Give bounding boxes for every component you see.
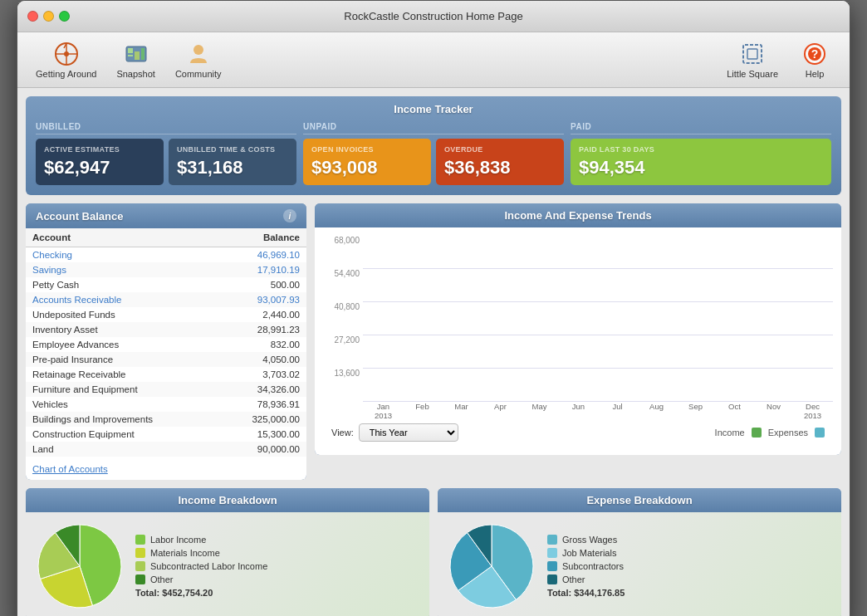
chart-legend: Income Expenses xyxy=(715,428,825,438)
unbilled-cards: ACTIVE ESTIMATES $62,947 UNBILLED TIME &… xyxy=(36,139,296,185)
paid-last-30-label: PAID LAST 30 DAYS xyxy=(579,145,823,154)
x-label: Apr xyxy=(482,402,519,418)
income-breakdown-content: Labor IncomeMaterials IncomeSubcontracte… xyxy=(26,512,429,616)
income-tracker-title: Income Tracker xyxy=(36,103,831,115)
help-button[interactable]: ? Help xyxy=(790,37,840,82)
trends-title: Income And Expense Trends xyxy=(504,209,651,222)
legend-item-label: Gross Wages xyxy=(562,535,617,545)
expense-breakdown-panel: Expense Breakdown Gross WagesJob Materia… xyxy=(438,488,841,616)
x-label: Nov xyxy=(755,402,792,418)
list-item: Subcontractors xyxy=(547,561,625,571)
expense-total: Total: $344,176.85 xyxy=(547,588,625,598)
help-icon: ? xyxy=(801,41,828,67)
x-label: Mar xyxy=(443,402,480,418)
list-item: Materials Income xyxy=(135,548,267,558)
legend-item-label: Other xyxy=(150,574,174,584)
active-estimates-card[interactable]: ACTIVE ESTIMATES $62,947 xyxy=(36,139,164,185)
account-col-header: Account xyxy=(26,228,218,247)
unbilled-time-card[interactable]: UNBILLED TIME & COSTS $31,168 xyxy=(169,139,296,185)
svg-point-10 xyxy=(193,45,203,55)
maximize-button[interactable] xyxy=(59,11,70,22)
account-balance-title: Account Balance xyxy=(36,210,123,222)
account-balance-box: Account Balance i Account Balance xyxy=(26,203,306,480)
table-row: Construction Equipment xyxy=(26,427,218,442)
x-label: Oct xyxy=(716,402,753,418)
legend-color-swatch xyxy=(547,548,557,558)
table-row: Buildings and Improvements xyxy=(26,412,218,427)
legend-item-label: Job Materials xyxy=(562,548,616,558)
view-label: View: xyxy=(331,428,354,438)
svg-rect-7 xyxy=(128,55,133,56)
table-row: Land xyxy=(26,442,218,457)
getting-around-button[interactable]: Getting Around xyxy=(27,37,105,82)
paid-last-30-card[interactable]: PAID LAST 30 DAYS $94,354 xyxy=(571,139,831,185)
overdue-label: OVERDUE xyxy=(444,145,556,154)
little-square-icon xyxy=(739,41,766,67)
income-legend-list: Labor IncomeMaterials IncomeSubcontracte… xyxy=(135,535,267,584)
little-square-label: Little Square xyxy=(727,69,778,79)
income-breakdown-panel: Income Breakdown Labor IncomeMaterials I… xyxy=(26,488,429,616)
window-title: RockCastle Construction Home Page xyxy=(344,10,522,22)
x-label: Jan2013 xyxy=(365,402,402,418)
legend-item-label: Materials Income xyxy=(150,548,220,558)
svg-rect-8 xyxy=(135,51,140,60)
snapshot-icon xyxy=(123,41,149,67)
income-pie-chart xyxy=(34,521,125,612)
minimize-button[interactable] xyxy=(43,11,54,22)
income-total: Total: $452,754.20 xyxy=(135,588,267,598)
main-window: RockCastle Construction Home Page Gettin… xyxy=(17,0,850,616)
bars-area: Jan2013FebMarAprMayJunJulAugSepOctNovDec… xyxy=(363,236,833,418)
svg-point-3 xyxy=(64,51,69,56)
bars-wrapper xyxy=(363,236,833,402)
unbilled-time-value: $31,168 xyxy=(177,157,288,178)
income-tracker: Income Tracker UNBILLED ACTIVE ESTIMATES… xyxy=(26,96,841,195)
legend-color-swatch xyxy=(547,574,557,584)
legend-color-swatch xyxy=(135,535,145,545)
view-controls: View: This Year Last Year This Quarter xyxy=(331,423,458,442)
legend-color-swatch xyxy=(547,561,557,571)
view-select[interactable]: This Year Last Year This Quarter xyxy=(359,423,458,442)
table-row: Savings xyxy=(26,262,218,277)
window-controls xyxy=(27,11,70,22)
community-label: Community xyxy=(175,69,222,79)
table-row: Petty Cash xyxy=(26,277,218,292)
little-square-button[interactable]: Little Square xyxy=(718,37,786,82)
getting-around-label: Getting Around xyxy=(36,69,96,79)
expense-breakdown-header: Expense Breakdown xyxy=(438,488,841,512)
snapshot-label: Snapshot xyxy=(116,69,154,79)
unpaid-section: UNPAID OPEN INVOICES $93,008 OVERDUE $36… xyxy=(303,122,564,185)
info-icon[interactable]: i xyxy=(283,209,296,222)
chart-link-row: Chart of Accounts xyxy=(26,457,306,480)
expense-breakdown-content: Gross WagesJob MaterialsSubcontractorsOt… xyxy=(438,512,841,616)
income-breakdown-title: Income Breakdown xyxy=(178,494,277,506)
close-button[interactable] xyxy=(27,11,38,22)
table-row: Vehicles xyxy=(26,397,218,412)
open-invoices-label: OPEN INVOICES xyxy=(311,145,423,154)
chart-of-accounts-link[interactable]: Chart of Accounts xyxy=(32,464,108,474)
x-label: May xyxy=(521,402,558,418)
account-balance-panel: Account Balance i Account Balance xyxy=(26,203,306,480)
legend-item-label: Subcontractors xyxy=(562,561,624,571)
community-button[interactable]: Community xyxy=(167,37,230,82)
paid-section: PAID PAID LAST 30 DAYS $94,354 xyxy=(571,122,831,185)
overdue-value: $36,838 xyxy=(444,157,556,178)
table-row: Furniture and Equipment xyxy=(26,382,218,397)
expenses-legend-label: Expenses xyxy=(768,428,808,438)
toolbar: Getting Around Snapshot xyxy=(17,32,850,88)
snapshot-button[interactable]: Snapshot xyxy=(108,37,163,82)
svg-rect-12 xyxy=(747,49,757,59)
overdue-card[interactable]: OVERDUE $36,838 xyxy=(436,139,564,185)
list-item: Labor Income xyxy=(135,535,267,545)
x-label: Sep xyxy=(677,402,714,418)
legend-item-label: Subcontracted Labor Income xyxy=(150,561,267,571)
legend-item-label: Other xyxy=(562,574,585,584)
income-legend-label: Income xyxy=(715,428,745,438)
open-invoices-card[interactable]: OPEN INVOICES $93,008 xyxy=(303,139,431,185)
x-labels-row: Jan2013FebMarAprMayJunJulAugSepOctNovDec… xyxy=(363,402,833,418)
trends-content: 68,000 54,400 40,800 27,200 13,600 xyxy=(315,227,841,455)
svg-rect-11 xyxy=(743,45,762,63)
list-item: Subcontracted Labor Income xyxy=(135,561,267,571)
active-estimates-label: ACTIVE ESTIMATES xyxy=(44,145,155,154)
svg-rect-9 xyxy=(141,48,144,60)
table-row: Accounts Receivable xyxy=(26,292,218,307)
